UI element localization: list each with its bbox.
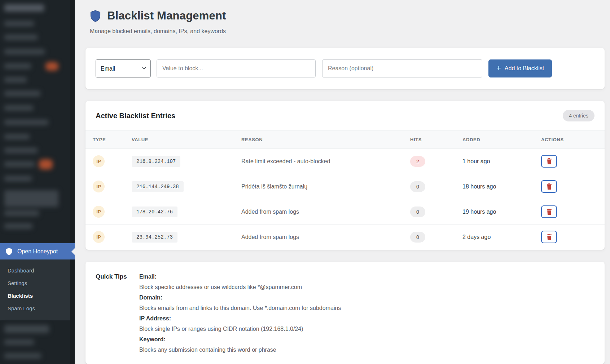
add-to-blacklist-label: Add to Blacklist [505,65,544,72]
added-time: 19 hours ago [462,209,496,215]
trash-icon [546,234,552,240]
table-row: IP 216.9.224.107 Rate limit exceeded - a… [85,149,605,174]
shield-icon [5,248,13,256]
tip-label: IP Address: [139,313,594,324]
blocked-value: 23.94.252.73 [132,232,177,243]
submenu-item-blacklists[interactable]: Blacklists [0,289,70,302]
admin-sidebar: Open Honeypot Dashboard Settings Blackli… [0,0,75,364]
blocked-value: 178.20.42.76 [132,207,177,217]
add-entry-form: Email + Add to Blacklist [85,48,605,89]
blocked-value: 216.144.249.38 [132,181,184,192]
sidebar-item-label: Open Honeypot [17,248,58,255]
hits-badge: 0 [410,207,425,217]
tip-item: IP Address: Block single IPs or ranges u… [139,313,594,334]
added-time: 1 hour ago [462,158,490,164]
hits-badge: 0 [410,181,425,192]
plus-icon: + [496,64,501,72]
page-header: Blacklist Management Manage blocked emai… [85,9,605,35]
reason-text: Pridėta iš šlamšto žurnalų [241,183,307,190]
tip-label: Keyword: [139,334,594,345]
column-header-reason: REASON [241,131,410,149]
table-row: IP 178.20.42.76 Added from spam logs 0 1… [85,199,605,225]
quick-tips-card: Quick Tips Email: Block specific address… [85,262,605,364]
value-to-block-input[interactable] [157,59,316,77]
delete-entry-button[interactable] [541,205,557,218]
column-header-value: VALUE [132,131,241,149]
reason-text: Rate limit exceeded - auto-blocked [241,158,330,164]
plugin-submenu: Dashboard Settings Blacklists Spam Logs [0,259,70,320]
tip-text: Blocks any submission containing this wo… [139,345,594,355]
trash-icon [546,183,552,190]
blocked-value: 216.9.224.107 [132,156,180,167]
entries-card-header: Active Blacklist Entries 4 entries [85,101,605,130]
table-row: IP 23.94.252.73 Added from spam logs 0 2… [85,225,605,250]
main-content: Blacklist Management Manage blocked emai… [75,0,610,364]
type-badge: IP [93,155,105,167]
page-title: Blacklist Management [107,9,226,22]
delete-entry-button[interactable] [541,155,557,168]
delete-entry-button[interactable] [541,231,557,243]
tip-item: Domain: Blocks emails from and links to … [139,292,594,313]
sidebar-blurred-menu-top [0,0,71,242]
entries-count-badge: 4 entries [563,110,594,121]
tip-item: Keyword: Blocks any submission containin… [139,334,594,355]
reason-input[interactable] [322,59,482,77]
column-header-type: TYPE [85,131,132,149]
column-header-added: ADDED [462,131,541,149]
add-to-blacklist-button[interactable]: + Add to Blacklist [488,59,552,77]
trash-icon [546,158,552,165]
added-time: 18 hours ago [462,183,496,190]
column-header-actions: ACTIONS [541,131,605,149]
submenu-item-dashboard[interactable]: Dashboard [0,264,70,277]
type-select-wrap: Email [96,59,151,77]
type-badge: IP [93,206,105,218]
submenu-item-settings[interactable]: Settings [0,277,70,289]
quick-tips-title: Quick Tips [96,271,139,355]
delete-entry-button[interactable] [541,180,557,193]
blacklist-table: TYPE VALUE REASON HITS ADDED ACTIONS IP … [85,130,605,250]
table-header-row: TYPE VALUE REASON HITS ADDED ACTIONS [85,131,605,149]
reason-text: Added from spam logs [241,209,299,215]
added-time: 2 days ago [462,234,491,240]
trash-icon [546,208,552,215]
submenu-item-spam-logs[interactable]: Spam Logs [0,302,70,315]
tip-item: Email: Block specific addresses or use w… [139,271,594,292]
tip-label: Domain: [139,292,594,303]
entries-card-title: Active Blacklist Entries [96,112,175,120]
tip-text: Block single IPs or ranges using CIDR no… [139,324,594,334]
page-subtitle: Manage blocked emails, domains, IPs, and… [90,28,605,35]
reason-text: Added from spam logs [241,234,299,240]
sidebar-blurred-menu-bottom [0,317,71,364]
tip-text: Block specific addresses or use wildcard… [139,282,594,292]
table-row: IP 216.144.249.38 Pridėta iš šlamšto žur… [85,174,605,199]
hits-badge: 0 [410,232,425,243]
type-select[interactable]: Email [96,59,151,77]
column-header-hits: HITS [410,131,462,149]
hits-badge: 2 [410,156,425,167]
tip-text: Blocks emails from and links to this dom… [139,303,594,313]
shield-icon [90,10,101,22]
type-badge: IP [93,181,105,192]
active-entries-card: Active Blacklist Entries 4 entries TYPE … [85,101,605,250]
type-badge: IP [93,231,105,243]
quick-tips-list: Email: Block specific addresses or use w… [139,271,594,355]
tip-label: Email: [139,271,594,282]
sidebar-item-open-honeypot[interactable]: Open Honeypot [0,243,75,259]
